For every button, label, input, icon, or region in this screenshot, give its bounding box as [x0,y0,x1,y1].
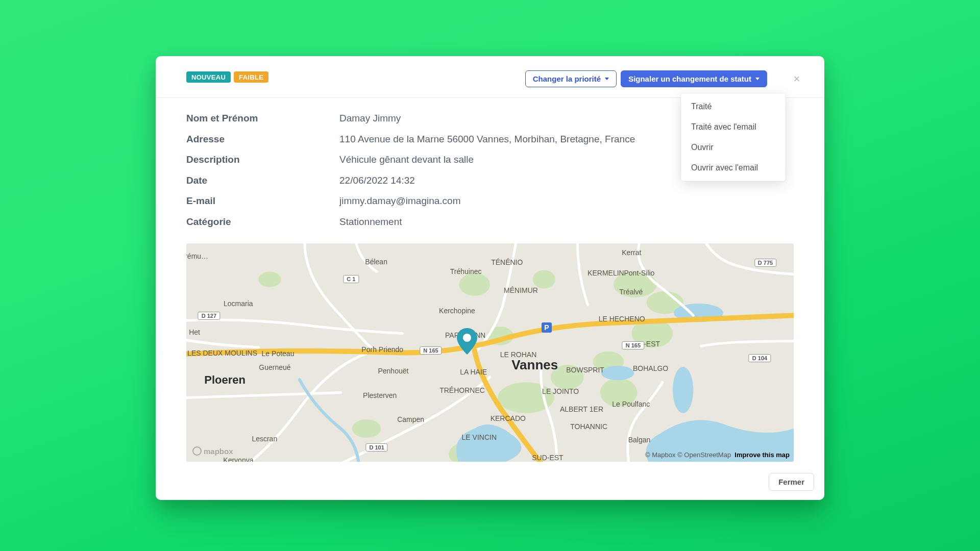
field-label: Description [186,153,339,167]
map-place-label: LE VINCIN [462,433,497,441]
map-place-label: Het [189,328,200,336]
map-city-label: Ploeren [204,373,246,387]
change-priority-label: Changer la priorité [533,74,601,83]
map-place-label: LE JOINTO [542,387,579,395]
header-actions: Changer la priorité Signaler un changeme… [525,70,804,87]
chevron-down-icon [605,78,609,80]
attrib-osm[interactable]: © OpenStreetMap [677,451,731,459]
map-route-badge: D 101 [365,443,387,452]
map-place-label: TRÉHORNEC [439,386,485,394]
map-place-label: Bélean [365,258,387,266]
map-place-label: Trému… [186,252,208,260]
field-value: 110 Avenue de la Marne 56000 Vannes, Mor… [339,132,635,147]
map-pin-icon [457,328,477,355]
map-route-badge: N 165 [622,341,644,349]
modal-header: NOUVEAU FAIBLE Changer la priorité Signa… [156,56,824,98]
status-dropdown: Traité Traité avec l'email Ouvrir Ouvrir… [681,93,786,181]
mapbox-logo-text: mapbox [204,447,233,456]
field-value: Stationnement [339,215,402,230]
field-value: Damay Jimmy [339,111,401,126]
map-place-label: Lescran [252,435,277,443]
map-place-label: KERCADO [491,414,526,422]
map-place-label: TOHANNIC [570,422,607,431]
map-route-badge: N 165 [420,346,442,355]
map-place-label: BOHALGO [633,364,668,372]
location-map[interactable]: Trému…BéleanTréhuinecLocmariaPorh Priend… [186,243,794,462]
map-place-label: ALBERT 1ER [560,405,603,413]
map-place-label: Plesterven [363,391,397,399]
field-label: E-mail [186,194,339,209]
priority-badge: FAIBLE [234,71,268,83]
map-place-label: Le Poulfanc [612,400,650,408]
change-status-button[interactable]: Signaler un changement de statut [621,70,767,87]
map-place-label: LA HAIE [460,368,487,376]
close-button[interactable]: Fermer [769,473,814,491]
map-place-label: Penhouët [378,367,408,375]
map-route-badge: D 104 [749,354,771,362]
change-priority-button[interactable]: Changer la priorité [525,70,617,87]
map-place-label: SUD-EST [532,454,563,462]
status-option-traite[interactable]: Traité [681,96,786,117]
parking-icon: P [541,322,552,333]
modal-footer: Fermer [156,464,824,500]
svg-text:P: P [544,323,549,332]
svg-point-19 [463,334,471,342]
map-city-label: Vannes [511,357,558,373]
field-label: Catégorie [186,215,339,230]
field-label: Nom et Prénom [186,111,339,126]
map-place-label: Le Poteau [262,349,295,358]
report-modal: NOUVEAU FAIBLE Changer la priorité Signa… [156,56,824,500]
field-value: jimmy.damay@imagina.com [339,194,461,209]
map-place-label: Guerneué [259,363,290,371]
map-route-badge: D 127 [198,312,220,320]
status-option-ouvrir[interactable]: Ouvrir [681,137,786,158]
map-place-label: Tréhuinec [450,267,482,276]
map-place-label: Kerchopine [439,307,475,315]
map-place-label: KERMELIN [587,269,624,277]
status-option-traite-email[interactable]: Traité avec l'email [681,117,786,137]
field-label: Date [186,173,339,188]
field-label: Adresse [186,132,339,147]
map-place-label: Pont-Silio [624,269,654,277]
map-place-label: Porh Priendo [361,345,403,354]
map-route-badge: C 1 [343,275,359,283]
map-attribution: © Mapbox © OpenStreetMap Improve this ma… [645,451,790,459]
map-place-label: Balgan [628,436,651,444]
field-category: Catégorie Stationnement [186,215,794,230]
change-status-label: Signaler un changement de statut [628,74,751,83]
map-place-label: Campen [397,415,424,423]
badge-group: NOUVEAU FAIBLE [186,71,268,83]
map-place-label: Locmaria [224,299,253,308]
map-place-label: Kerrat [622,248,641,257]
status-badge: NOUVEAU [186,71,231,83]
map-place-label: Keryonva… [223,456,260,462]
map-place-label: LE HECHENO [599,315,645,323]
field-email: E-mail jimmy.damay@imagina.com [186,194,794,209]
attrib-improve[interactable]: Improve this map [734,451,790,459]
map-place-label: TÉNÉNIO [491,258,523,266]
map-place-label: BOWSPRIT [566,366,604,374]
attrib-mapbox[interactable]: © Mapbox [645,451,675,459]
map-place-label: Tréalvé [619,288,643,296]
map-route-badge: D 775 [754,259,776,267]
map-labels-layer: Trému…BéleanTréhuinecLocmariaPorh Priend… [186,243,794,462]
chevron-down-icon [755,78,760,80]
map-place-label: LES DEUX MOULINS [187,349,257,357]
mapbox-logo: mapbox [192,446,233,456]
mapbox-logo-icon [192,446,202,456]
field-value: 22/06/2022 14:32 [339,173,415,188]
field-value: Véhicule gênant devant la salle [339,153,474,167]
map-place-label: MÉNIMUR [504,286,538,294]
status-option-ouvrir-email[interactable]: Ouvrir avec l'email [681,158,786,178]
close-icon[interactable]: × [790,72,804,86]
